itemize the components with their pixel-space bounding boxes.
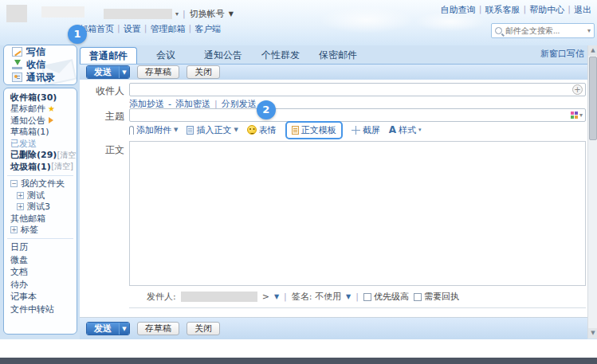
star-icon: ★ — [48, 104, 55, 113]
subject-template-picker[interactable]: ▾ — [571, 112, 583, 119]
scrollbar-thumb[interactable] — [589, 57, 597, 140]
tab-confidential-mail[interactable]: 保密邮件 — [309, 47, 367, 64]
contact-support-link[interactable]: 联系客服 — [485, 4, 520, 16]
nav-settings[interactable]: 设置 — [124, 23, 141, 35]
expand-icon[interactable]: + — [17, 203, 24, 210]
sender-dropdown-icon[interactable]: ▼ — [274, 293, 279, 300]
sidebar-item-notes[interactable]: 记事本 — [4, 291, 77, 303]
tree-tags[interactable]: + 标签 — [4, 225, 77, 237]
logout-link[interactable]: 退出 — [574, 4, 591, 16]
collapse-icon[interactable]: − — [10, 180, 18, 187]
close-button-bottom[interactable]: 关闭 — [187, 322, 220, 335]
screenshot-button[interactable]: 截屏 — [352, 124, 380, 136]
bottom-action-bar: 发送 ▼ 存草稿 关闭 — [80, 318, 587, 339]
priority-high-checkbox[interactable]: 优先级高 — [363, 291, 409, 303]
save-draft-button-bottom[interactable]: 存草稿 — [137, 322, 179, 335]
app-label: 记事本 — [10, 291, 37, 303]
nav-client[interactable]: 客户端 — [194, 23, 221, 35]
taskbar-strip — [0, 358, 597, 364]
vertical-scrollbar[interactable]: ▲ ▼ — [587, 45, 597, 339]
subject-input[interactable] — [132, 110, 571, 120]
switch-account-link[interactable]: 切换帐号 — [190, 8, 225, 20]
send-label: 发送 — [87, 323, 119, 335]
signature-dropdown-icon[interactable]: ▼ — [346, 293, 351, 300]
search-scope-dropdown-icon[interactable]: ▾ — [587, 27, 591, 34]
tab-meeting[interactable]: 会议 — [137, 47, 194, 64]
nav-manage-mailbox[interactable]: 管理邮箱 — [150, 23, 185, 35]
receive-mail-button[interactable]: 收信 — [4, 58, 77, 71]
redacted-brand-text — [41, 6, 84, 18]
divider — [7, 238, 73, 239]
folder-junk[interactable]: 垃圾箱(1) [清空] — [4, 161, 77, 173]
contacts-button[interactable]: 通讯录 — [4, 71, 77, 84]
add-contact-icon[interactable]: + — [572, 84, 583, 95]
send-label: 发送 — [87, 66, 119, 78]
new-window-compose-link[interactable]: 新窗口写信 — [540, 48, 584, 60]
tab-announcement[interactable]: 通知公告 — [194, 47, 252, 64]
search-input[interactable] — [505, 26, 584, 35]
signature-selector[interactable]: 签名: 不使用 — [292, 291, 341, 303]
sidebar-item-documents[interactable]: 文档 — [4, 266, 77, 279]
to-input[interactable] — [132, 84, 572, 95]
tree-test3-folder[interactable]: + 测试3 — [4, 202, 77, 213]
cloud-decoration — [319, 6, 414, 33]
checkbox-icon[interactable] — [414, 293, 422, 301]
tab-normal-mail[interactable]: 普通邮件 — [80, 47, 137, 64]
subject-field[interactable]: ▾ — [129, 108, 586, 122]
account-caret-icon[interactable]: ▾ — [175, 10, 179, 18]
to-field[interactable]: + — [129, 83, 586, 96]
chevron-down-icon: ▼ — [234, 127, 238, 133]
send-dropdown-icon[interactable]: ▼ — [119, 66, 129, 78]
folder-deleted[interactable]: 已删除(29) [清空] — [4, 150, 77, 162]
close-button[interactable]: 关闭 — [187, 65, 220, 79]
switch-account-caret-icon[interactable]: ▼ — [229, 10, 234, 18]
sidebar-item-file-transfer[interactable]: 文件中转站 — [4, 303, 77, 316]
emoji-smiley-icon — [247, 125, 257, 135]
sidebar-item-netdisk[interactable]: 微盘 — [4, 254, 77, 267]
folder-announcements[interactable]: 通知公告 — [4, 115, 77, 127]
paperclip-icon — [129, 126, 134, 135]
self-service-link[interactable]: 自助查询 — [441, 4, 476, 16]
body-template-button[interactable]: 2 正文模板 — [285, 121, 343, 139]
sender-options-row: 发件人: > ▼ | 签名: 不使用 ▼ | 优先级高 需要回执 — [129, 286, 586, 308]
insert-body-button[interactable]: 插入正文 ▼ — [187, 124, 238, 136]
help-center-link[interactable]: 帮助中心 — [529, 4, 564, 16]
tree-other-mailboxes[interactable]: 其他邮箱 — [4, 213, 77, 225]
compose-button[interactable]: 写信 — [4, 45, 77, 58]
empty-folder-link[interactable]: [清空] — [57, 150, 77, 161]
tree-my-folders[interactable]: − 我的文件夹 — [4, 178, 77, 190]
need-receipt-checkbox[interactable]: 需要回执 — [414, 291, 459, 303]
account-bar: ▾ | 切换帐号 ▼ — [175, 8, 234, 20]
scroll-down-icon[interactable]: ▼ — [588, 328, 597, 339]
tree-test-folder[interactable]: + 测试 — [4, 190, 77, 202]
folder-label: 通知公告 — [10, 115, 45, 127]
checkbox-icon[interactable] — [363, 293, 371, 301]
folder-starred[interactable]: 星标邮件 ★ — [4, 104, 77, 115]
folder-inbox[interactable]: 收件箱(30) — [4, 92, 77, 104]
sidebar-item-todo[interactable]: 待办 — [4, 279, 77, 292]
send-dropdown-icon[interactable]: ▼ — [119, 323, 129, 335]
separator: | — [188, 23, 191, 35]
sidebar-item-calendar[interactable]: 日历 — [4, 241, 77, 254]
expand-icon[interactable]: + — [17, 192, 24, 199]
compose-tabs: 普通邮件 会议 通知公告 个性群发 保密邮件 — [80, 47, 367, 64]
compose-form: 收件人 + 添加抄送 - 添加密送 | 分别发送 主题 ▾ 添加附件 ▼ — [80, 80, 587, 318]
expand-icon[interactable]: + — [10, 226, 18, 233]
add-attachment-button[interactable]: 添加附件 ▼ — [129, 124, 178, 136]
template-document-icon — [292, 126, 299, 135]
folder-sent[interactable]: 已发送 — [4, 138, 77, 150]
empty-folder-link[interactable]: [清空] — [51, 161, 73, 172]
style-button[interactable]: A 样式 ▾ — [389, 124, 422, 136]
fulltext-search[interactable]: ▾ — [491, 23, 595, 38]
emoji-button[interactable]: 表情 — [247, 124, 277, 136]
compose-label: 写信 — [26, 45, 45, 59]
scroll-up-icon[interactable]: ▲ — [588, 45, 597, 56]
message-body-editor[interactable] — [129, 141, 586, 286]
save-draft-button[interactable]: 存草稿 — [137, 65, 179, 79]
send-button-bottom[interactable]: 发送 ▼ — [86, 322, 130, 335]
insert-body-label: 插入正文 — [196, 124, 231, 136]
tab-personalized-mass[interactable]: 个性群发 — [252, 47, 309, 64]
body-label: 正文 — [84, 143, 124, 157]
folder-drafts[interactable]: 草稿箱(1) — [4, 127, 77, 139]
send-button[interactable]: 发送 ▼ — [86, 65, 130, 79]
